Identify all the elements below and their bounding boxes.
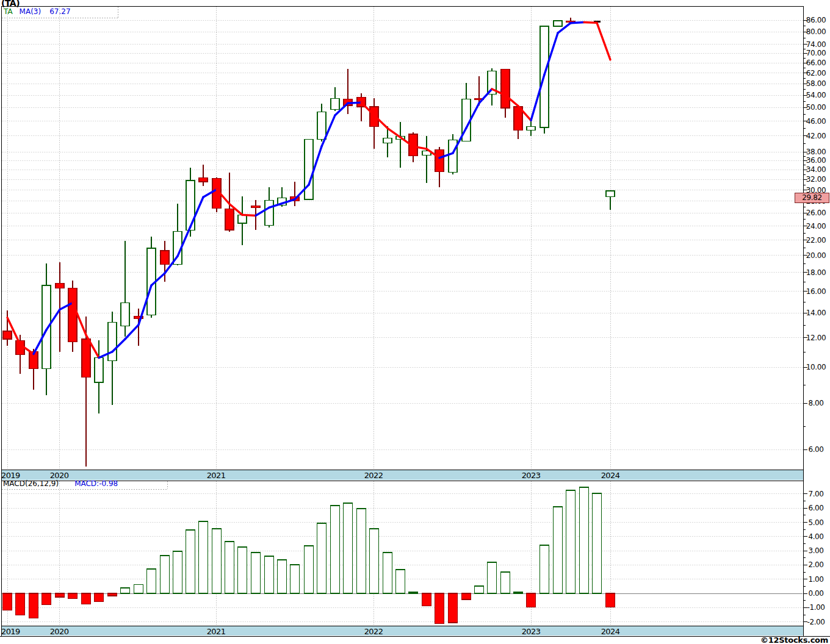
ma3-segment [584,23,597,23]
macd-bar [238,547,247,593]
candle-body [501,70,510,108]
macd-bar [593,493,602,593]
macd-bar [251,553,261,593]
legend-ma-label: MA(3) [20,7,42,16]
macd-axis-label: -2.00 [803,618,829,626]
macd-axis-label: 0.00 [803,589,829,598]
year-label: 2019 [1,627,23,636]
price-axis-label: 80.00 [803,27,829,36]
macd-bar [344,503,353,593]
price-axis-label: 62.00 [803,69,829,77]
price-axis-label: 42.00 [803,132,829,140]
macd-bar [212,529,222,593]
price-axis-label: 34.00 [803,165,829,174]
candle-body [331,99,339,110]
candle-body [305,139,313,199]
year-label: 2022 [363,627,384,636]
price-axis-label: 50.00 [803,103,829,112]
price-axis-label: 38.00 [803,148,829,156]
candle-body [527,126,535,130]
candle-body [186,181,195,230]
macd-bar [475,586,484,593]
macd-bar [265,556,274,593]
candle-body [606,191,615,196]
macd-bar [16,593,25,615]
ma3-segment [348,102,361,103]
year-label: 2024 [599,471,621,480]
macd-axis-label: 7.00 [803,490,829,498]
price-axis-label: 70.00 [803,49,829,57]
legend-ma-value: 67.27 [49,7,70,16]
stock-chart-page: (TA) TAMA(3)67.27 MACD(26,12,9)MACD:-0.9… [0,0,830,644]
macd-bar [331,506,340,593]
macd-bar [554,507,563,593]
macd-bar [82,593,91,604]
macd-bar [29,593,38,618]
price-axis-label: 10.00 [803,363,829,371]
price-axis-label: 54.00 [803,91,829,99]
last-price-tag: 29.82 [795,193,829,203]
macd-bar [566,490,576,593]
price-axis-label: 26.00 [803,209,829,217]
candle-body [3,331,12,339]
candle-body [317,112,326,139]
price-axis-label: 18.00 [803,268,829,277]
macd-bar [580,487,589,593]
macd-bar [186,530,195,593]
year-label: 2019 [1,471,23,480]
candle-body [68,288,77,342]
price-axis-label: 46.00 [803,117,829,126]
year-label: 2020 [48,627,70,636]
price-axis-label: 86.00 [803,16,829,24]
macd-bar [409,592,418,593]
ma3-segment [479,89,492,103]
macd-bar [147,569,156,593]
macd-bars [3,487,615,624]
macd-bar [527,593,536,607]
year-label: 2020 [48,471,70,480]
candle-body [435,150,444,172]
price-axis-label: 12.00 [803,334,829,342]
macd-bar [396,570,405,593]
macd-legend-value: MACD:-0.98 [74,479,118,488]
candle-body [199,177,208,182]
macd-bar [56,593,65,597]
macd-bar [290,565,300,593]
macd-bar [435,593,444,623]
price-legend: TAMA(3)67.27 [4,7,71,16]
price-axis-label: 58.00 [803,79,829,88]
ma3-segment [571,23,584,23]
macd-bar [121,588,130,593]
macd-legend-name: MACD(26,12,9) [3,479,59,488]
price-axis-label: 36.00 [803,156,829,165]
macd-axis-label: 6.00 [803,504,829,512]
price-axis-label: 20.00 [803,251,829,260]
macd-bar [42,593,51,604]
price-axis-label: 22.00 [803,236,829,245]
price-axis-label: 74.00 [803,40,829,49]
macd-legend: MACD(26,12,9)MACD:-0.98 [3,479,118,488]
candle-body [161,251,169,265]
price-axis-label: 32.00 [803,175,829,184]
macd-bar [449,593,458,623]
macd-bar [488,562,497,593]
candle-body [554,21,562,26]
legend-symbol: TA [4,7,13,16]
macd-bar [134,585,143,593]
price-axis-label: 24.00 [803,222,829,231]
ma3-segment [242,215,256,215]
candle-body [121,303,129,326]
macd-axis-label: 2.00 [803,560,829,569]
year-label: 2023 [520,627,542,636]
year-label: 2021 [205,627,227,636]
candle-body [95,358,103,382]
macd-bar [606,593,615,607]
macd-bar [383,553,392,593]
macd-bar [501,572,510,593]
macd-bar [68,593,78,598]
ma3-segment [125,325,139,339]
candle-body [265,201,273,226]
macd-bar [370,529,379,593]
macd-bar [161,556,170,593]
candle-body [449,140,457,173]
